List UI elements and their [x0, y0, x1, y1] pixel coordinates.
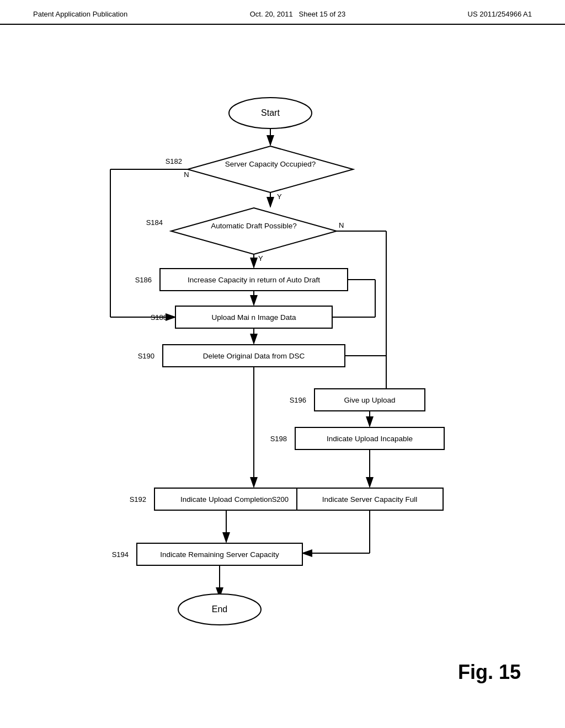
s200-step: S200	[272, 495, 289, 504]
page-header: Patent Application Publication Oct. 20, …	[0, 0, 565, 25]
s186-step: S186	[135, 276, 152, 284]
figure-label: Fig. 15	[458, 661, 521, 684]
diagram-container: Start Server Capacity Occupied? S182 N Y…	[0, 25, 565, 717]
s190-step: S190	[138, 352, 154, 360]
s190-label: Delete Original Data from DSC	[203, 352, 305, 360]
header-center: Oct. 20, 2011 Sheet 15 of 23	[250, 10, 345, 18]
s184-y: Y	[258, 254, 263, 263]
s186-label: Increase Capacity in return of Auto Draf…	[188, 276, 320, 284]
flowchart-svg: Start Server Capacity Occupied? S182 N Y…	[0, 25, 565, 717]
s200-label: Indicate Server Capacity Full	[322, 495, 418, 504]
end-label: End	[212, 604, 227, 614]
s182-y: Y	[277, 192, 282, 201]
s196-label: Give up Upload	[344, 396, 395, 404]
s198-label: Indicate Upload Incapable	[327, 435, 413, 443]
s194-label: Indicate Remaining Server Capacity	[160, 550, 279, 559]
s196-step: S196	[290, 396, 306, 404]
s188-step: S188	[151, 313, 167, 322]
s182-label: Server Capacity Occupied?	[225, 160, 316, 168]
s184-step: S184	[146, 218, 163, 227]
svg-marker-5	[171, 208, 337, 254]
header-left: Patent Application Publication	[33, 10, 127, 18]
s182-n: N	[184, 170, 189, 179]
s192-label: Indicate Upload Completion	[180, 495, 272, 504]
s184-label: Automatic Draft Possible?	[211, 222, 296, 230]
s192-step: S192	[130, 495, 146, 504]
s188-label: Upload Mai n Image Data	[211, 313, 296, 322]
s182-step: S182	[166, 157, 182, 165]
s184-n: N	[339, 221, 344, 229]
s198-step: S198	[270, 435, 287, 443]
s194-step: S194	[112, 550, 129, 559]
header-right: US 2011/254966 A1	[468, 10, 532, 18]
svg-marker-3	[188, 146, 353, 192]
start-label: Start	[261, 108, 280, 117]
